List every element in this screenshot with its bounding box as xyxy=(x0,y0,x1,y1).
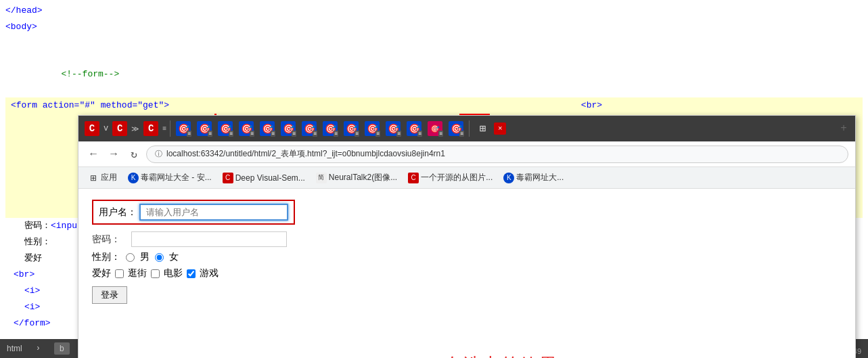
hobby-row: 爱好 逛街 电影 游戏 xyxy=(92,267,842,279)
code-line: <body> xyxy=(5,19,863,35)
radio-male[interactable] xyxy=(126,253,135,262)
bookmark-neural[interactable]: 简 NeuralTalk2(图像... xyxy=(313,171,400,185)
badge-11: ≡ xyxy=(396,131,401,137)
gender-row: 性别： 男 女 xyxy=(92,251,842,263)
nav-bar: ← → ↻ ⓘ localhost:63342/untitled/html/2_… xyxy=(78,141,855,167)
toolbar-table-icon[interactable]: ⊞ xyxy=(473,119,492,138)
bookmarks-bar: ⊞ 应用 K 毒霸网址大全 - 安... C Deep Visual-Sem..… xyxy=(78,167,855,189)
toolbar-icon-blue-8[interactable]: 🎯 ≡ xyxy=(321,119,340,138)
toolbar-icon-blue-14[interactable]: 🎯 ≡ xyxy=(447,119,465,138)
badge-7: ≡ xyxy=(313,131,317,137)
badge-4: ≡ xyxy=(250,131,254,137)
duba-icon: K xyxy=(128,173,139,183)
toolbar-icon-blue-13[interactable]: 🎯 ≡ xyxy=(426,119,444,138)
badge-1: ≡ xyxy=(187,131,191,137)
c-red-icon-3: C xyxy=(143,121,158,136)
bookmark-label-duba: 毒霸网址大全 - 安... xyxy=(141,172,212,183)
br-tag: <br> xyxy=(581,98,602,113)
address-bar[interactable]: ⓘ localhost:63342/untitled/html/2_表单项.ht… xyxy=(146,146,848,163)
code-tag: </head> xyxy=(5,3,43,18)
male-label: 男 xyxy=(140,251,150,263)
username-row: 用户名： xyxy=(92,200,295,225)
password-input[interactable] xyxy=(131,231,287,247)
bookmark-label: 应用 xyxy=(101,172,117,183)
toolbar-icon-blue-11[interactable]: 🎯 ≡ xyxy=(384,119,403,138)
deep-icon: C xyxy=(223,173,233,183)
radio-female[interactable] xyxy=(155,253,164,262)
toolbar-label-arrow: ≫ xyxy=(131,125,139,133)
back-button[interactable]: ← xyxy=(85,146,101,162)
badge-3: ≡ xyxy=(229,131,233,137)
bookmark-label-open: 一个开源的从图片... xyxy=(421,172,493,183)
badge-5: ≡ xyxy=(271,131,275,137)
bookmark-label-duba2: 毒霸网址大... xyxy=(516,172,564,183)
checkbox-movie[interactable] xyxy=(151,269,160,278)
effect-text: 有选中的效果 xyxy=(444,353,557,358)
toolbar-icon-blue-10[interactable]: 🎯 ≡ xyxy=(363,119,382,138)
forward-arrow-icon: → xyxy=(110,148,117,160)
address-text: localhost:63342/untitled/html/2_表单项.html… xyxy=(166,148,445,160)
close-icon: × xyxy=(498,125,503,133)
code-tag: <body> xyxy=(5,20,37,35)
badge-13: ≡ xyxy=(438,131,443,137)
hobby3-label: 游戏 xyxy=(200,267,219,279)
browser-window: C v C ≫ C ≡ 🎯 ≡ 🎯 ≡ 🎯 ≡ 🎯 ≡ 🎯 xyxy=(78,115,856,358)
c-red-icon: C xyxy=(85,121,99,136)
lock-icon: ⓘ xyxy=(155,149,162,159)
status-separator: › xyxy=(36,344,41,353)
bookmark-label-neural: NeuralTalk2(图像... xyxy=(329,172,397,183)
login-button[interactable]: 登录 xyxy=(92,286,127,304)
bookmark-label-deep: Deep Visual-Sem... xyxy=(235,173,305,183)
toolbar-icon-blue-7[interactable]: 🎯 ≡ xyxy=(300,119,319,138)
badge-12: ≡ xyxy=(417,131,422,137)
page-content: 用户名： 密码： 性别： 男 女 爱好 逛街 电影 游戏 登录 xyxy=(78,189,855,315)
username-input[interactable] xyxy=(139,204,288,221)
new-tab-button[interactable]: + xyxy=(836,121,851,136)
code-line-comment: <!--form--> xyxy=(5,51,863,97)
badge-2: ≡ xyxy=(208,131,212,137)
browser-icon-bar: C v C ≫ C ≡ 🎯 ≡ 🎯 ≡ 🎯 ≡ 🎯 ≡ 🎯 xyxy=(78,116,855,141)
status-html[interactable]: html xyxy=(7,344,22,353)
bookmark-deep[interactable]: C Deep Visual-Sem... xyxy=(220,171,308,185)
divider-1 xyxy=(170,120,170,137)
toolbar-icon-blue-5[interactable]: 🎯 ≡ xyxy=(258,119,277,138)
username-label: 用户名： xyxy=(99,206,137,219)
gender-label: 性别： xyxy=(92,251,120,263)
toolbar-icon-blue-3[interactable]: 🎯 ≡ xyxy=(216,119,235,138)
female-label: 女 xyxy=(169,251,179,263)
toolbar-icon-blue-12[interactable]: 🎯 ≡ xyxy=(405,119,424,138)
checkbox-street[interactable] xyxy=(115,269,124,278)
refresh-button[interactable]: ↻ xyxy=(126,146,142,162)
badge-6: ≡ xyxy=(292,131,296,137)
c-red-icon-2: C xyxy=(112,121,127,136)
apps-icon: ⊞ xyxy=(88,173,99,183)
bookmark-apps[interactable]: ⊞ 应用 xyxy=(85,171,120,185)
plus-icon: + xyxy=(840,122,847,135)
close-button[interactable]: × xyxy=(494,122,506,135)
bookmark-duba2[interactable]: K 毒霸网址大... xyxy=(501,171,566,185)
hobby-label: 爱好 xyxy=(92,267,111,279)
toolbar-icon-c-red-1[interactable]: C xyxy=(83,119,101,138)
hobby1-label: 逛街 xyxy=(128,267,147,279)
toolbar-icon-c-red-2[interactable]: C xyxy=(110,119,129,138)
toolbar-icon-blue-6[interactable]: 🎯 ≡ xyxy=(279,119,298,138)
password-row: 密码： xyxy=(92,231,842,247)
toolbar-icon-blue-2[interactable]: 🎯 ≡ xyxy=(195,119,214,138)
bookmark-duba[interactable]: K 毒霸网址大全 - 安... xyxy=(125,171,214,185)
badge-14: ≡ xyxy=(459,131,464,137)
status-b[interactable]: b xyxy=(54,342,70,355)
checkbox-game[interactable] xyxy=(187,269,196,278)
bookmark-open[interactable]: C 一个开源的从图片... xyxy=(405,171,495,185)
refresh-icon: ↻ xyxy=(131,148,137,161)
comment-text: <!--form--> xyxy=(19,52,119,97)
neural-icon: 简 xyxy=(316,173,327,183)
toolbar-label-v: v xyxy=(104,124,108,133)
code-line: </head> xyxy=(5,3,863,19)
toolbar-icon-blue-9[interactable]: 🎯 ≡ xyxy=(342,119,361,138)
toolbar-icon-blue-1[interactable]: 🎯 ≡ xyxy=(174,119,193,138)
toolbar-icon-c-red-3[interactable]: C xyxy=(141,119,160,138)
forward-button[interactable]: → xyxy=(106,146,122,162)
badge-8: ≡ xyxy=(334,131,338,137)
toolbar-icon-blue-4[interactable]: 🎯 ≡ xyxy=(237,119,256,138)
badge-10: ≡ xyxy=(375,131,380,137)
